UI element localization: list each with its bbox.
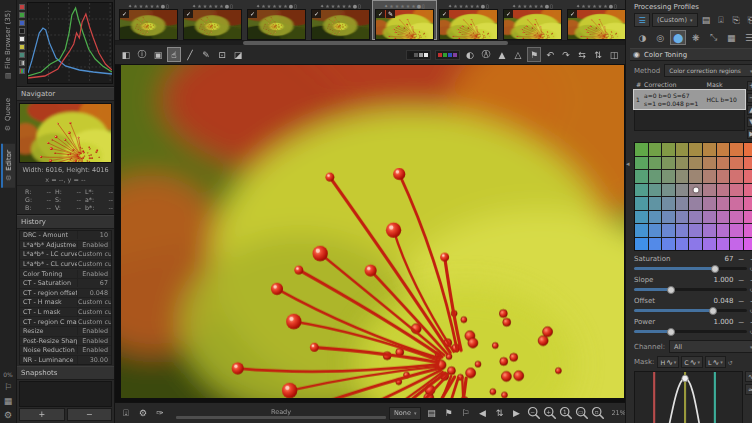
mask-reset-icon[interactable]: ↺ [728,359,736,366]
history-row[interactable]: Noise ReductionEnabled [20,346,111,356]
color-grid-cell[interactable] [662,170,675,183]
color-grid-cell[interactable] [717,211,730,224]
history-row[interactable]: L*a*b* - CL curveCustom curve [20,260,111,270]
tab-raw[interactable]: ▦ [723,30,740,45]
edit-external-icon[interactable]: ✑ [153,406,167,421]
collapse-right-panel-icon[interactable]: ◂ [626,160,630,168]
color-grid-cell[interactable] [662,224,675,237]
preview-half-icon[interactable]: ◐ [463,47,477,62]
trash-icon[interactable]: ▯ [550,3,553,9]
stamp-icon[interactable]: ◫ [607,47,621,62]
histogram-toggle-channel-blue[interactable] [19,20,25,26]
save-profile-icon[interactable]: ⍗ [715,14,728,27]
histogram-toggle-channel-chromaticity[interactable] [19,44,25,50]
slider-track[interactable] [634,309,747,312]
color-grid-cell[interactable] [676,224,689,237]
straighten-icon[interactable]: ╱ [183,47,197,62]
star-icon[interactable]: ★ [347,3,351,9]
color-grid-cell[interactable] [703,238,716,251]
star-icon[interactable]: ★ [267,3,271,9]
color-grid-cell[interactable] [676,197,689,210]
color-grid-cell[interactable] [676,211,689,224]
color-grid-cell[interactable] [662,197,675,210]
history-row[interactable]: CT - H maskCustom curve [20,298,111,308]
color-grid-cell[interactable] [717,224,730,237]
zoom-fit-icon[interactable]: ▭ [574,406,589,421]
hand-tool-icon[interactable]: ☝ [167,47,181,62]
rank-circle-icon[interactable]: ● [545,3,549,9]
star-icon[interactable]: ★ [197,3,201,9]
star-icon[interactable]: ★ [395,3,399,9]
star-icon[interactable]: ★ [219,3,223,9]
mask-curve-icon[interactable]: ∿ [713,358,720,367]
color-grid-cell[interactable] [635,143,648,156]
slider-track[interactable] [634,267,747,270]
history-row[interactable]: Color ToningEnabled [20,269,111,279]
star-icon[interactable]: ★ [336,3,340,9]
star-icon[interactable]: ★ [464,3,468,9]
remove-snapshot-button[interactable]: − [67,408,113,421]
preview-focus-icon[interactable]: Ⓐ [479,47,493,62]
slider-decrement-button[interactable]: − [737,318,746,327]
color-grid-cell[interactable] [676,157,689,170]
star-icon[interactable]: ★ [592,3,596,9]
color-grid-cell[interactable] [676,238,689,251]
slider-track[interactable] [634,330,747,333]
histogram-toggle-mode-gradient[interactable] [19,60,25,66]
filmstrip-thumb[interactable]: ✦★★★★★●▯✓ [245,1,308,39]
star-icon[interactable]: ★ [331,3,335,9]
history-row[interactable]: L*a*b* - LC curveCustom curve [20,250,111,260]
hue-mask-curve[interactable] [634,371,743,423]
history-row[interactable]: DRC - Amount10 [20,231,111,241]
slider-increment-button[interactable]: + [749,255,752,264]
color-grid-cell[interactable] [703,184,716,197]
trash-icon[interactable]: ▯ [422,3,425,9]
color-grid-cell[interactable] [662,238,675,251]
tab-editor[interactable]: ⚙ Editor [1,144,15,188]
color-grid-cell[interactable] [730,157,743,170]
color-grid-cell[interactable] [649,157,662,170]
move-region-up-button[interactable]: ▲ [747,105,752,115]
color-grid-cell[interactable] [649,143,662,156]
gear-icon[interactable]: ⚙ [4,410,12,420]
color-grid-cell[interactable] [649,197,662,210]
tab-exposure[interactable]: ◑ [634,30,651,45]
filmstrip-thumb[interactable]: ✦★★★★★●▯✓ [501,1,564,39]
save-image-icon[interactable]: ⍗ [119,406,133,421]
color-picker-icon[interactable]: ✎ [199,47,213,62]
color-grid-cell[interactable] [649,224,662,237]
bw-preview-swatches[interactable] [406,50,431,60]
rank-circle-icon[interactable]: ● [417,3,421,9]
rotate-left-icon[interactable]: ↶ [543,47,557,62]
color-grid-cell[interactable] [689,211,702,224]
color-label-icon[interactable]: ✦ [128,3,132,9]
color-grid-cell[interactable] [703,224,716,237]
color-grid-cell[interactable] [635,184,648,197]
duplicate-region-button[interactable]: ▶ [747,129,752,139]
profile-dropdown[interactable]: (Custom) ▾ [652,13,698,27]
histogram-toggle-bar-indicator[interactable] [19,68,25,74]
filmstrip-scrollbar[interactable] [115,41,625,45]
slider-decrement-button[interactable]: − [737,276,746,285]
star-icon[interactable]: ★ [278,3,282,9]
color-grid-cell[interactable] [676,143,689,156]
snapshots-list[interactable] [19,381,112,407]
color-grid-cell[interactable] [744,143,752,156]
color-grid-cell[interactable] [717,184,730,197]
filmstrip-thumb[interactable]: ✦★★★★★●▯✓ [565,1,628,39]
slider-thumb[interactable] [667,328,675,336]
color-grid-cell[interactable] [730,170,743,183]
history-row[interactable]: NR - Luminance30.00 [20,356,111,365]
star-icon[interactable]: ★ [208,3,212,9]
star-icon[interactable]: ★ [214,3,218,9]
color-grid-cell[interactable] [649,170,662,183]
star-icon[interactable]: ★ [411,3,415,9]
channel-dropdown[interactable]: All ▾ [669,340,752,353]
zoom-fit-crop-icon[interactable]: ▫ [590,406,605,421]
previous-image-icon[interactable]: ◀ [475,406,489,421]
slider-value[interactable]: 67 [714,255,734,263]
history-row[interactable]: L*a*b* Adjustme...Enabled [20,241,111,251]
color-grid-cell[interactable] [662,157,675,170]
tab-advanced[interactable]: ❋ [687,30,704,45]
rotate-right-icon[interactable]: ↷ [559,47,573,62]
